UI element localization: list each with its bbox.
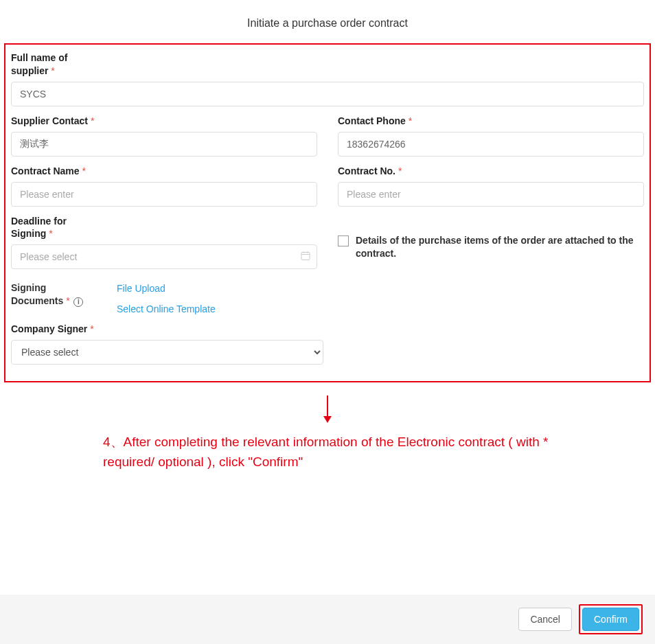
confirm-highlight: Confirm bbox=[579, 604, 643, 634]
info-icon[interactable]: i bbox=[73, 297, 83, 307]
field-attach-items: Details of the purchase items of the ord… bbox=[338, 215, 644, 270]
label-signing-documents: Signing Documents * i bbox=[11, 281, 100, 308]
input-contact-phone[interactable] bbox=[338, 132, 644, 157]
label-contact-phone: Contact Phone * bbox=[338, 115, 644, 128]
label-contract-no: Contract No. * bbox=[338, 165, 644, 178]
footer-bar: Cancel Confirm bbox=[0, 595, 655, 644]
field-contract-name: Contract Name * bbox=[11, 165, 317, 207]
input-deadline[interactable] bbox=[11, 244, 317, 269]
field-contact-phone: Contact Phone * bbox=[338, 115, 644, 157]
label-deadline: Deadline for Signing * bbox=[11, 215, 100, 241]
input-contract-no[interactable] bbox=[338, 182, 644, 207]
annotation-arrow-icon bbox=[323, 395, 332, 423]
link-select-online-template[interactable]: Select Online Template bbox=[117, 303, 216, 314]
cancel-button[interactable]: Cancel bbox=[518, 608, 572, 631]
form-container: Full name of supplier * Supplier Contact… bbox=[4, 43, 651, 382]
label-attach-items: Details of the purchase items of the ord… bbox=[356, 234, 644, 261]
field-supplier-contact: Supplier Contact * bbox=[11, 115, 317, 157]
label-contract-name: Contract Name * bbox=[11, 165, 317, 178]
field-company-signer: Company Signer * Please select bbox=[11, 323, 644, 365]
input-supplier-contact[interactable] bbox=[11, 132, 317, 157]
field-deadline: Deadline for Signing * bbox=[11, 215, 317, 270]
annotation-text: 4、After completing the relevant informat… bbox=[0, 433, 655, 472]
select-company-signer[interactable]: Please select bbox=[11, 340, 323, 365]
label-supplier-contact: Supplier Contact * bbox=[11, 115, 317, 128]
input-supplier-name[interactable] bbox=[11, 82, 644, 106]
label-company-signer: Company Signer * bbox=[11, 323, 644, 336]
label-supplier-name: Full name of supplier * bbox=[11, 51, 100, 78]
field-signing-documents: Signing Documents * i File Upload Select… bbox=[11, 281, 644, 314]
link-file-upload[interactable]: File Upload bbox=[117, 283, 216, 294]
page-title: Initiate a purchase order contract bbox=[0, 0, 655, 43]
field-supplier-name: Full name of supplier * bbox=[11, 51, 644, 106]
field-contract-no: Contract No. * bbox=[338, 165, 644, 207]
confirm-button[interactable]: Confirm bbox=[582, 608, 639, 631]
input-contract-name[interactable] bbox=[11, 182, 317, 207]
checkbox-attach-items[interactable] bbox=[338, 235, 349, 246]
